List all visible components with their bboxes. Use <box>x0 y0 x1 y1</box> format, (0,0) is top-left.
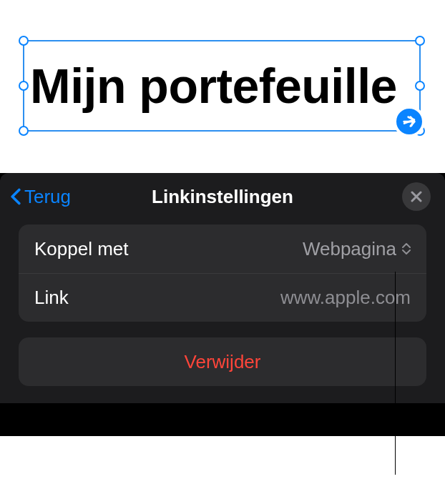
arrow-forward-icon <box>401 114 417 129</box>
callout-line <box>395 272 396 475</box>
close-button[interactable] <box>402 182 431 211</box>
back-button[interactable]: Terug <box>0 186 71 208</box>
resize-handle[interactable] <box>19 81 29 91</box>
back-label: Terug <box>24 186 71 208</box>
link-with-value-wrap: Webpagina <box>303 238 411 260</box>
link-label: Link <box>34 287 69 309</box>
canvas-area: Mijn portefeuille <box>0 0 445 173</box>
panel-title: Linkinstellingen <box>152 186 293 208</box>
panel-header: Terug Linkinstellingen <box>0 173 445 220</box>
link-with-row[interactable]: Koppel met Webpagina <box>19 224 426 273</box>
bottom-area <box>0 436 445 504</box>
resize-handle[interactable] <box>415 36 425 46</box>
link-settings-panel: Terug Linkinstellingen Koppel met Webpag… <box>0 173 445 403</box>
delete-group: Verwijder <box>19 337 426 386</box>
resize-handle[interactable] <box>19 36 29 46</box>
link-url-row[interactable]: Link www.apple.com <box>19 273 426 322</box>
link-with-label: Koppel met <box>34 238 129 260</box>
link-url-placeholder: www.apple.com <box>280 287 411 309</box>
text-box-content: Mijn portefeuille <box>30 61 397 110</box>
resize-handle[interactable] <box>415 81 425 91</box>
link-with-value: Webpagina <box>303 238 396 260</box>
link-indicator-badge[interactable] <box>393 106 425 137</box>
settings-group: Koppel met Webpagina Link www.apple.com <box>19 224 426 322</box>
delete-label: Verwijder <box>185 351 261 373</box>
close-icon <box>411 191 422 202</box>
chevron-left-icon <box>10 188 21 205</box>
select-arrows-icon <box>402 243 411 255</box>
selected-text-box[interactable]: Mijn portefeuille <box>23 40 421 132</box>
resize-handle[interactable] <box>19 126 29 136</box>
delete-button[interactable]: Verwijder <box>19 337 426 386</box>
